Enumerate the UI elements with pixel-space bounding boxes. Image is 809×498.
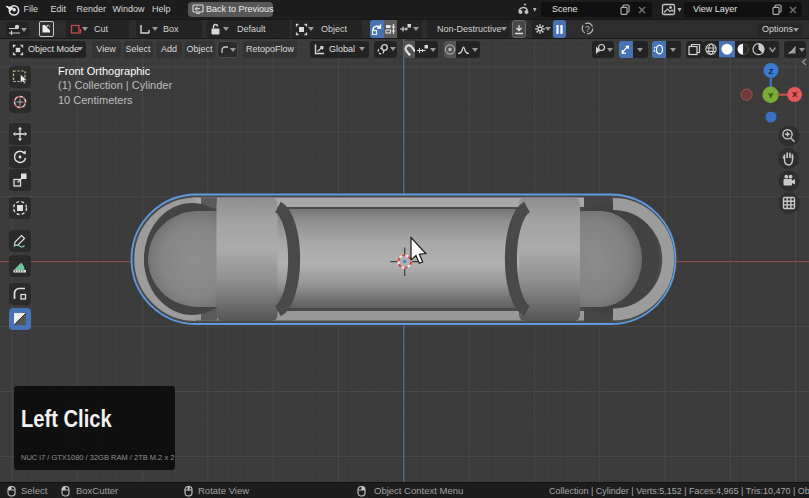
- svg-text:X: X: [792, 90, 798, 99]
- svg-text:Y: Y: [768, 91, 774, 100]
- svg-text:Z: Z: [769, 67, 774, 76]
- svg-text:?: ?: [585, 24, 590, 34]
